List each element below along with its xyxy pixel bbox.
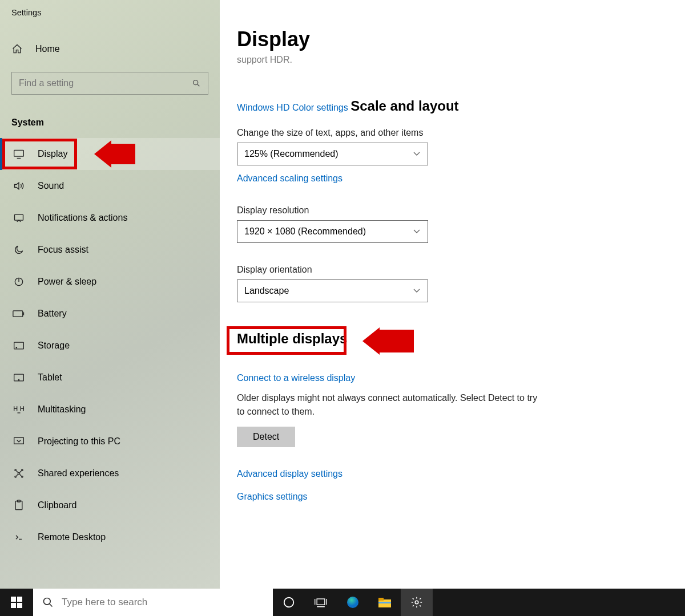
clipboard-icon <box>13 500 25 511</box>
dropdown-orientation[interactable]: Landscape <box>237 279 428 302</box>
svg-point-12 <box>22 469 23 471</box>
svg-point-21 <box>44 598 51 605</box>
dropdown-resolution-value: 1920 × 1080 (Recommended) <box>244 226 366 237</box>
label-resolution: Display resolution <box>237 205 662 216</box>
svg-point-8 <box>18 380 19 380</box>
multitasking-icon <box>13 404 25 415</box>
sidebar-item-multitasking[interactable]: Multitasking <box>0 394 220 425</box>
taskbar-cortana[interactable] <box>273 589 305 616</box>
taskbar <box>0 589 685 616</box>
taskbar-edge[interactable] <box>337 589 369 616</box>
notification-icon <box>13 213 25 223</box>
search-icon <box>42 597 54 608</box>
dropdown-scale[interactable]: 125% (Recommended) <box>237 143 428 165</box>
link-adv-display[interactable]: Advanced display settings <box>237 469 342 479</box>
search-icon <box>192 79 201 88</box>
svg-point-11 <box>15 469 17 471</box>
sidebar-item-focus-assist[interactable]: Focus assist <box>0 234 220 266</box>
chevron-down-icon <box>413 151 421 157</box>
svg-rect-4 <box>13 311 23 317</box>
sidebar-item-clipboard[interactable]: Clipboard <box>0 489 220 521</box>
window-title: Settings <box>0 0 220 17</box>
dropdown-scale-value: 125% (Recommended) <box>244 149 339 159</box>
sidebar-item-label: Projecting to this PC <box>38 436 120 447</box>
sidebar-item-power[interactable]: Power & sleep <box>0 266 220 298</box>
taskbar-search-input[interactable] <box>62 597 264 608</box>
sidebar-item-shared[interactable]: Shared experiences <box>0 457 220 489</box>
sidebar-item-display[interactable]: Display <box>0 138 220 170</box>
home-icon <box>11 43 23 55</box>
detect-button[interactable]: Detect <box>237 427 295 447</box>
svg-point-10 <box>18 472 19 474</box>
svg-point-14 <box>22 476 23 478</box>
svg-point-6 <box>16 347 17 348</box>
svg-rect-26 <box>378 598 384 601</box>
arrow-multiple-displays <box>380 330 414 352</box>
svg-rect-2 <box>15 214 23 220</box>
taskbar-taskview[interactable] <box>305 589 337 616</box>
svg-point-28 <box>415 601 418 604</box>
sidebar-item-sound[interactable]: Sound <box>0 170 220 202</box>
tablet-icon <box>13 373 25 382</box>
detect-description: Older displays might not always connect … <box>237 391 545 419</box>
category-system: System <box>0 117 220 128</box>
link-hd-color[interactable]: Windows HD Color settings <box>237 103 348 113</box>
svg-rect-17 <box>11 597 16 602</box>
sidebar-item-tablet[interactable]: Tablet <box>0 362 220 394</box>
chevron-down-icon <box>413 288 421 294</box>
sidebar-item-projecting[interactable]: Projecting to this PC <box>0 425 220 457</box>
sidebar-item-notifications[interactable]: Notifications & actions <box>0 202 220 234</box>
sidebar-item-remote[interactable]: Remote Desktop <box>0 521 220 553</box>
search-input[interactable] <box>19 78 192 88</box>
svg-point-0 <box>194 80 198 85</box>
shared-icon <box>13 468 25 479</box>
sidebar-item-label: Battery <box>38 309 67 319</box>
sidebar-item-label: Shared experiences <box>38 468 119 479</box>
link-wireless-display[interactable]: Connect to a wireless display <box>237 373 355 383</box>
heading-scale-layout: Scale and layout <box>350 98 458 114</box>
remote-icon <box>13 532 25 543</box>
svg-point-24 <box>347 597 358 608</box>
link-graphics-settings[interactable]: Graphics settings <box>237 492 308 502</box>
svg-rect-1 <box>14 150 24 156</box>
main-pane: Display support HDR. Windows HD Color se… <box>220 0 685 589</box>
power-icon <box>13 276 25 287</box>
svg-rect-18 <box>17 597 22 602</box>
monitor-icon <box>13 149 25 159</box>
project-icon <box>13 436 25 447</box>
sidebar-item-label: Tablet <box>38 372 62 383</box>
svg-rect-20 <box>17 603 22 608</box>
sidebar-item-battery[interactable]: Battery <box>0 298 220 330</box>
page-title: Display <box>237 27 662 51</box>
start-button[interactable] <box>0 589 33 616</box>
sidebar-item-label: Multitasking <box>38 404 86 415</box>
moon-icon <box>13 244 25 256</box>
sidebar-item-label: Notifications & actions <box>38 213 127 223</box>
sidebar-item-label: Display <box>38 149 67 159</box>
storage-icon <box>13 341 25 350</box>
nav-list: Display Sound Notifications & actions Fo… <box>0 138 220 553</box>
taskbar-search[interactable] <box>33 589 273 616</box>
home-link[interactable]: Home <box>0 43 220 55</box>
home-label: Home <box>35 44 60 54</box>
taskbar-explorer[interactable] <box>369 589 401 616</box>
sidebar-item-label: Storage <box>38 341 70 351</box>
sidebar-item-label: Remote Desktop <box>38 532 106 542</box>
dropdown-orientation-value: Landscape <box>244 286 289 296</box>
svg-rect-23 <box>317 599 325 605</box>
dropdown-resolution[interactable]: 1920 × 1080 (Recommended) <box>237 220 428 243</box>
sidebar-item-label: Sound <box>38 181 64 191</box>
svg-rect-19 <box>11 603 16 608</box>
taskbar-settings[interactable] <box>401 589 433 616</box>
sidebar-item-label: Focus assist <box>38 245 88 255</box>
link-adv-scaling[interactable]: Advanced scaling settings <box>237 173 342 184</box>
settings-search[interactable] <box>11 72 208 95</box>
sound-icon <box>13 181 25 191</box>
svg-rect-27 <box>378 602 391 603</box>
battery-icon <box>13 310 25 318</box>
sidebar-item-storage[interactable]: Storage <box>0 330 220 362</box>
label-orientation: Display orientation <box>237 265 662 275</box>
svg-rect-5 <box>14 342 24 349</box>
label-scale: Change the size of text, apps, and other… <box>237 128 662 138</box>
chevron-down-icon <box>413 229 421 234</box>
